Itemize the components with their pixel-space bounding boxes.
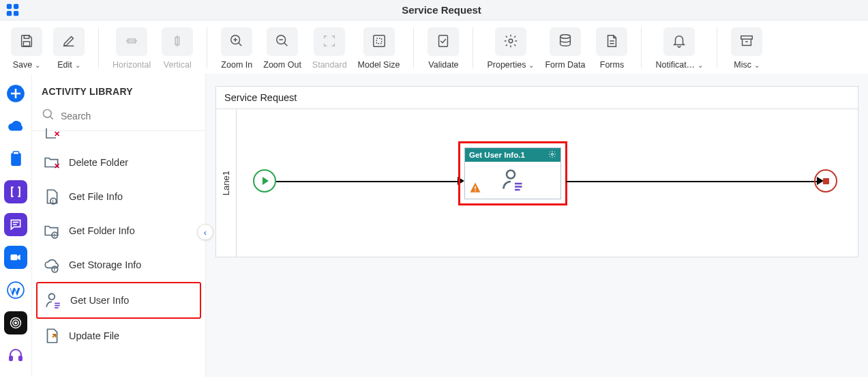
chevron-left-icon: ‹ xyxy=(204,227,207,238)
start-event-node[interactable] xyxy=(253,169,276,192)
rail-video-button[interactable] xyxy=(4,246,27,269)
folder-delete-icon: ✕ xyxy=(43,154,61,171)
pool-title[interactable]: Service Request xyxy=(216,87,858,109)
svg-text:i: i xyxy=(53,198,54,204)
svg-rect-18 xyxy=(11,255,18,260)
sequence-flow[interactable] xyxy=(276,181,460,182)
svg-rect-24 xyxy=(19,356,22,360)
gear-icon[interactable] xyxy=(548,150,556,160)
rail-chat-button[interactable] xyxy=(4,213,27,236)
form-icon xyxy=(604,33,619,51)
properties-button[interactable]: Properties⌄ xyxy=(481,27,539,70)
search-input[interactable] xyxy=(61,111,196,122)
form-data-button[interactable]: Form Data xyxy=(539,27,590,70)
svg-point-22 xyxy=(15,322,17,324)
svg-rect-38 xyxy=(475,190,476,192)
archive-icon xyxy=(739,33,754,51)
svg-point-36 xyxy=(507,170,515,178)
rail-cloud-button[interactable] xyxy=(4,115,27,138)
fit-standard-icon xyxy=(322,33,337,51)
activity-get-folder-info[interactable]: i Get Folder Info xyxy=(36,214,201,248)
forms-button[interactable]: Forms xyxy=(590,27,633,70)
align-vertical-icon xyxy=(170,33,185,51)
database-icon xyxy=(558,33,573,51)
rail-add-button[interactable] xyxy=(4,82,27,105)
collapse-sidebar-button[interactable]: ‹ xyxy=(197,224,213,240)
svg-text:i: i xyxy=(54,232,55,238)
align-horizontal-icon xyxy=(124,33,139,51)
end-event-node[interactable] xyxy=(814,169,837,192)
vertical-button: Vertical xyxy=(156,27,198,70)
svg-rect-23 xyxy=(10,356,12,360)
save-icon xyxy=(19,33,34,51)
zoom-standard-button: Standard xyxy=(307,27,353,70)
lane-body[interactable]: Get User Info.1 xyxy=(237,109,858,257)
activity-get-file-info[interactable]: i Get File Info xyxy=(36,180,201,214)
rail-brackets-button[interactable] xyxy=(4,180,27,203)
save-button[interactable]: Save⌄ xyxy=(5,27,48,70)
search-icon xyxy=(42,108,55,124)
apps-grid-icon[interactable] xyxy=(5,3,20,18)
svg-rect-14 xyxy=(741,35,753,39)
canvas-area[interactable]: Service Request Lane1 Get User Info.1 xyxy=(206,74,868,377)
activity-update-file[interactable]: Update File xyxy=(36,319,201,353)
notifications-button[interactable]: Notificat…⌄ xyxy=(650,27,708,70)
zoom-out-icon xyxy=(275,33,290,51)
gear-icon xyxy=(503,33,518,51)
task-node-selection: Get User Info.1 xyxy=(458,141,567,205)
svg-point-13 xyxy=(560,34,571,38)
chevron-down-icon: ⌄ xyxy=(698,61,703,69)
user-info-icon xyxy=(500,167,525,194)
chevron-down-icon: ⌄ xyxy=(75,61,80,69)
warning-icon xyxy=(469,182,481,196)
lane-header[interactable]: Lane1 xyxy=(216,109,237,257)
user-info-icon xyxy=(44,291,62,309)
left-rail xyxy=(0,74,32,377)
rail-wordpress-button[interactable] xyxy=(4,279,27,302)
misc-button[interactable]: Misc⌄ xyxy=(725,27,768,70)
validate-button[interactable]: Validate xyxy=(422,27,464,70)
cloud-info-icon: i xyxy=(43,256,61,274)
svg-rect-17 xyxy=(13,152,18,154)
zoom-model-size-button[interactable]: Model Size xyxy=(353,27,406,70)
toolbar: Save⌄ Edit⌄ Horizontal Vertical Zoom In … xyxy=(0,20,868,74)
svg-text:✕: ✕ xyxy=(54,162,60,170)
svg-rect-0 xyxy=(7,3,12,8)
svg-point-34 xyxy=(49,294,55,300)
lane-label: Lane1 xyxy=(221,171,231,195)
activity-library-panel: ACTIVITY LIBRARY ✕ ✕ Delete Folder i Get… xyxy=(32,74,206,377)
svg-rect-11 xyxy=(439,35,448,46)
zoom-in-button[interactable]: Zoom In xyxy=(215,27,258,70)
app-header: Service Request xyxy=(0,0,868,20)
edit-button[interactable]: Edit⌄ xyxy=(48,27,90,70)
page-title: Service Request xyxy=(20,4,863,16)
process-pool[interactable]: Service Request Lane1 Get User Info.1 xyxy=(215,86,858,257)
chevron-down-icon: ⌄ xyxy=(754,61,760,69)
delete-file-fragment-icon: ✕ xyxy=(44,128,61,143)
fit-model-icon xyxy=(372,33,387,51)
svg-text:✕: ✕ xyxy=(54,130,60,138)
svg-rect-3 xyxy=(14,10,18,15)
task-node-get-user-info[interactable]: Get User Info.1 xyxy=(464,147,561,199)
zoom-in-icon xyxy=(229,33,244,51)
svg-point-35 xyxy=(552,154,554,156)
task-title: Get User Info.1 xyxy=(469,151,525,159)
horizontal-button: Horizontal xyxy=(107,27,156,70)
activity-get-user-info[interactable]: Get User Info xyxy=(36,282,201,319)
folder-info-icon: i xyxy=(43,222,61,240)
activity-delete-folder[interactable]: ✕ Delete Folder xyxy=(36,145,201,180)
rail-target-button[interactable] xyxy=(4,311,27,334)
svg-rect-2 xyxy=(7,10,12,15)
svg-rect-37 xyxy=(475,186,476,190)
activity-library-title: ACTIVITY LIBRARY xyxy=(32,74,205,104)
svg-point-12 xyxy=(509,39,513,43)
file-info-icon: i xyxy=(43,188,61,205)
bell-icon xyxy=(672,33,687,51)
rail-clipboard-button[interactable] xyxy=(4,147,27,171)
edit-icon xyxy=(61,33,76,51)
activity-get-storage-info[interactable]: i Get Storage Info xyxy=(36,248,201,282)
rail-headset-button[interactable] xyxy=(4,344,27,367)
zoom-out-button[interactable]: Zoom Out xyxy=(258,27,307,70)
svg-rect-10 xyxy=(373,35,385,46)
sequence-flow[interactable] xyxy=(566,181,820,182)
